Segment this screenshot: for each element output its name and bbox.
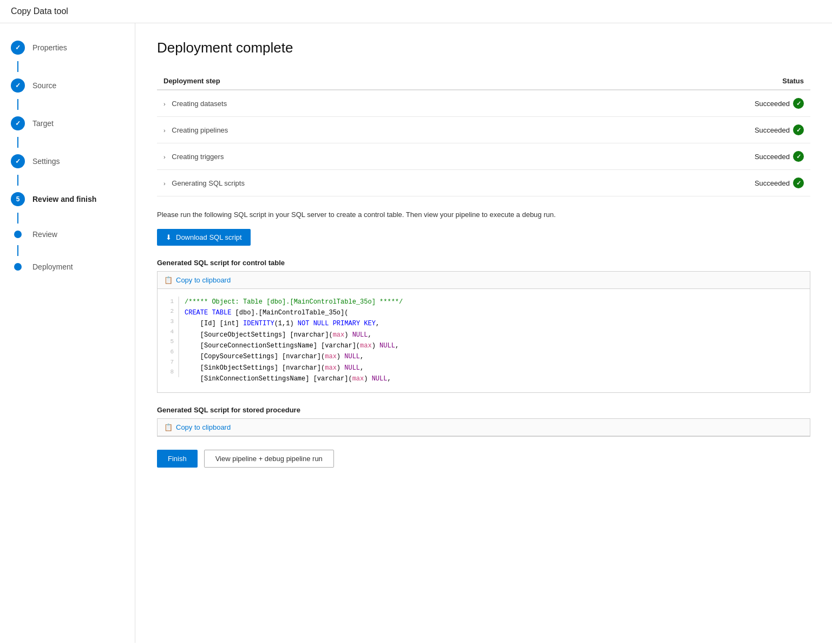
info-text: Please run the following SQL script in y… [157, 209, 810, 220]
success-icon: ✓ [793, 151, 804, 162]
status-badge: Succeeded ✓ [755, 151, 804, 162]
code-content: /***** Object: Table [dbo].[MainControlT… [185, 297, 801, 385]
step-cell: › Creating pipelines [157, 117, 550, 143]
page-title: Deployment complete [157, 40, 810, 56]
sidebar-item-review[interactable]: Review [0, 224, 135, 245]
sidebar-item-settings[interactable]: ✓ Settings [0, 148, 135, 175]
sidebar-item-properties[interactable]: ✓ Properties [0, 34, 135, 61]
sidebar-item-target[interactable]: ✓ Target [0, 110, 135, 137]
sidebar-item-label-deployment: Deployment [32, 262, 73, 271]
success-icon: ✓ [793, 124, 804, 135]
finish-button[interactable]: Finish [157, 450, 198, 468]
status-cell: Succeeded ✓ [550, 117, 810, 143]
sql-control-code-block: 12345678 /***** Object: Table [dbo].[Mai… [158, 289, 810, 392]
step-circle-review [14, 231, 22, 238]
main-content: Deployment complete Deployment step Stat… [135, 23, 832, 643]
line-numbers: 12345678 [158, 297, 179, 378]
footer-buttons: Finish View pipeline + debug pipeline ru… [157, 450, 810, 468]
success-icon: ✓ [793, 178, 804, 188]
sidebar-item-label-review-and-finish: Review and finish [32, 195, 96, 203]
col-header-status: Status [550, 73, 810, 90]
status-badge: Succeeded ✓ [755, 124, 804, 135]
chevron-icon: › [163, 101, 166, 107]
app-header: Copy Data tool [0, 0, 832, 23]
status-badge: Succeeded ✓ [755, 178, 804, 188]
col-header-step: Deployment step [157, 73, 550, 90]
step-cell: › Creating datasets [157, 90, 550, 117]
download-button-label: Download SQL script [176, 233, 242, 241]
status-cell: Succeeded ✓ [550, 143, 810, 170]
connector-3 [17, 137, 18, 148]
copy-to-clipboard-control[interactable]: 📋 Copy to clipboard [158, 272, 810, 289]
step-circle-target: ✓ [11, 116, 25, 130]
chevron-icon: › [163, 154, 166, 160]
sql-control-table-label: Generated SQL script for control table [157, 259, 810, 267]
copy-control-label: Copy to clipboard [176, 276, 231, 284]
step-circle-source: ✓ [11, 78, 25, 93]
connector-1 [17, 61, 18, 72]
sql-control-table-container: 📋 Copy to clipboard 12345678 /***** Obje… [157, 271, 810, 393]
sql-stored-procedure-container: 📋 Copy to clipboard [157, 418, 810, 437]
download-icon: ⬇ [166, 233, 172, 241]
status-cell: Succeeded ✓ [550, 90, 810, 117]
connector-5 [17, 213, 18, 224]
step-circle-settings: ✓ [11, 154, 25, 168]
deployment-table: Deployment step Status › Creating datase… [157, 73, 810, 196]
connector-6 [17, 245, 18, 256]
sidebar-item-label-source: Source [32, 81, 56, 90]
status-badge: Succeeded ✓ [755, 98, 804, 109]
clipboard-icon: 📋 [164, 276, 173, 284]
step-cell: › Generating SQL scripts [157, 170, 550, 196]
sidebar: ✓ Properties ✓ Source ✓ Target ✓ Setting… [0, 23, 135, 643]
clipboard-icon-2: 📋 [164, 423, 173, 431]
sidebar-item-review-and-finish[interactable]: 5 Review and finish [0, 186, 135, 213]
step-circle-deployment [14, 263, 22, 271]
sidebar-item-label-properties: Properties [32, 43, 67, 52]
sidebar-item-deployment[interactable]: Deployment [0, 256, 135, 278]
step-cell: › Creating triggers [157, 143, 550, 170]
sidebar-item-label-settings: Settings [32, 157, 60, 166]
sidebar-item-label-review: Review [32, 230, 57, 239]
chevron-icon: › [163, 180, 166, 187]
copy-procedure-label: Copy to clipboard [176, 423, 231, 431]
step-circle-properties: ✓ [11, 41, 25, 55]
connector-2 [17, 99, 18, 110]
main-layout: ✓ Properties ✓ Source ✓ Target ✓ Setting… [0, 23, 832, 643]
view-pipeline-button[interactable]: View pipeline + debug pipeline run [204, 450, 334, 468]
step-circle-review-and-finish: 5 [11, 192, 25, 206]
sidebar-item-label-target: Target [32, 119, 54, 128]
table-row: › Generating SQL scripts Succeeded ✓ [157, 170, 810, 196]
chevron-icon: › [163, 127, 166, 134]
table-row: › Creating triggers Succeeded ✓ [157, 143, 810, 170]
table-row: › Creating pipelines Succeeded ✓ [157, 117, 810, 143]
download-sql-button[interactable]: ⬇ Download SQL script [157, 229, 251, 246]
copy-to-clipboard-procedure[interactable]: 📋 Copy to clipboard [158, 419, 810, 436]
app-title: Copy Data tool [11, 6, 68, 16]
status-cell: Succeeded ✓ [550, 170, 810, 196]
success-icon: ✓ [793, 98, 804, 109]
connector-4 [17, 175, 18, 186]
sql-stored-procedure-label: Generated SQL script for stored procedur… [157, 406, 810, 414]
sidebar-item-source[interactable]: ✓ Source [0, 72, 135, 99]
table-row: › Creating datasets Succeeded ✓ [157, 90, 810, 117]
